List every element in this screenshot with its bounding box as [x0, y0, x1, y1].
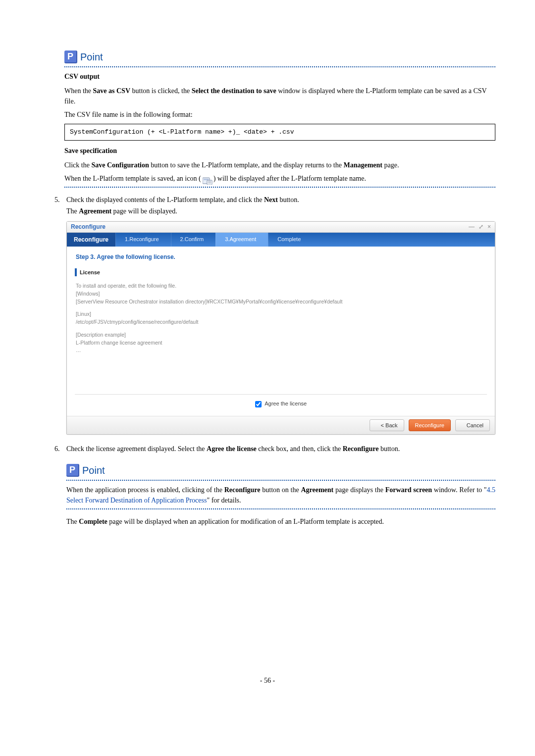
text: The: [66, 207, 79, 215]
point-icon: P: [64, 50, 77, 63]
text: button to save the L-Platform template, …: [149, 161, 344, 169]
step-6: Check the license agreement displayed. S…: [61, 444, 495, 527]
window-title: Reconfigure: [71, 222, 106, 231]
license-ellipsis: …: [76, 347, 486, 354]
separator: [64, 66, 495, 67]
point-header: P Point: [66, 463, 495, 478]
agree-license-label[interactable]: Agree the license: [255, 401, 307, 406]
step-5: Check the displayed contents of the L-Pl…: [61, 195, 495, 435]
saved-template-icon: [203, 175, 212, 183]
tab-agreement[interactable]: 3.Agreement: [215, 233, 268, 247]
text: page will be displayed when an applicati…: [107, 518, 384, 525]
reconfigure-button[interactable]: Reconfigure: [409, 419, 451, 432]
window-close-icon[interactable]: ×: [487, 222, 491, 231]
text: " for details.: [207, 497, 241, 504]
wizard-title: Reconfigure: [67, 233, 115, 247]
license-panel-title: License: [75, 268, 487, 277]
license-linux-label: [Linux]: [76, 310, 486, 318]
text-bold: Complete: [79, 518, 107, 525]
wizard-tabs: Reconfigure 1.Reconfigure 2.Confirm 3.Ag…: [67, 233, 495, 247]
point-label: Point: [82, 463, 105, 478]
text-bold: Reconfigure: [224, 486, 261, 494]
license-linux-path: /etc/opt/FJSVctmyp/config/license/reconf…: [76, 318, 486, 326]
agree-license-text: Agree the license: [265, 401, 307, 406]
tab-confirm[interactable]: 2.Confirm: [171, 233, 216, 247]
step5-line1: Check the displayed contents of the L-Pl…: [66, 195, 495, 205]
text-bold: Management: [343, 161, 382, 169]
separator: [66, 480, 495, 481]
window-maximize-icon[interactable]: ⤢: [479, 222, 483, 231]
text-bold: Select the destination to save: [192, 87, 276, 95]
csv-output-paragraph: When the Save as CSV button is clicked, …: [64, 86, 495, 106]
reconfigure-window: Reconfigure — ⤢ × Reconfigure 1.Reconfig…: [66, 221, 495, 435]
text: When the: [64, 87, 93, 95]
text: ) will be displayed after the L-Platform…: [214, 175, 366, 182]
text-bold: Save Configuration: [91, 161, 149, 169]
text: page.: [382, 161, 399, 169]
point-icon: P: [66, 464, 79, 477]
save-spec-heading: Save specification: [64, 146, 495, 156]
window-titlebar: Reconfigure — ⤢ ×: [67, 222, 495, 233]
text: button.: [378, 445, 400, 453]
text: button on the: [261, 486, 301, 494]
wizard-button-bar: < Back Reconfigure Cancel: [67, 416, 495, 435]
separator: [66, 508, 495, 509]
agree-license-row: Agree the license: [75, 394, 487, 410]
license-desc-text: L-Platform change license agreement: [76, 339, 486, 347]
text: button.: [278, 196, 299, 203]
text-bold: Agree the license: [207, 445, 257, 453]
tab-reconfigure[interactable]: 1.Reconfigure: [115, 233, 171, 247]
text-bold: Save as CSV: [93, 87, 130, 95]
license-windows-label: [Windows]: [76, 290, 486, 298]
csv-format-paragraph: The CSV file name is in the following fo…: [64, 109, 495, 120]
text: button is clicked, the: [130, 87, 192, 95]
point-label: Point: [80, 50, 103, 64]
text-bold: Forward screen: [385, 486, 432, 494]
text: page will be displayed.: [111, 207, 177, 215]
text-bold: Agreement: [79, 207, 111, 215]
step5-line2: The Agreement page will be displayed.: [66, 206, 495, 216]
license-line: To install and operate, edit the followi…: [76, 282, 486, 290]
save-spec-paragraph-1: Click the Save Configuration button to s…: [64, 160, 495, 170]
back-button[interactable]: < Back: [370, 419, 404, 432]
text: window. Refer to ": [432, 486, 486, 494]
cancel-button[interactable]: Cancel: [455, 419, 490, 432]
agree-license-checkbox[interactable]: [255, 401, 262, 407]
text: Check the license agreement displayed. S…: [66, 445, 207, 453]
license-desc-label: [Description example]: [76, 331, 486, 339]
license-windows-path: [ServerView Resource Orchestrator instal…: [76, 298, 486, 306]
tab-complete[interactable]: Complete: [268, 233, 313, 247]
text: page displays the: [333, 486, 385, 494]
text-bold: Next: [264, 196, 278, 203]
step6-paragraph: Check the license agreement displayed. S…: [66, 444, 495, 454]
text-bold: Agreement: [301, 486, 333, 494]
point-header: P Point: [64, 50, 495, 64]
complete-paragraph: The Complete page will be displayed when…: [66, 516, 495, 527]
page-number: - 56 -: [40, 675, 495, 686]
text: check box, and then, click the: [257, 445, 343, 453]
save-spec-paragraph-2: When the L-Platform template is saved, a…: [64, 173, 495, 184]
point2-paragraph: When the application process is enabled,…: [66, 485, 495, 505]
text: The: [66, 518, 79, 525]
separator: [64, 187, 495, 188]
csv-output-heading: CSV output: [64, 71, 495, 82]
text: Check the displayed contents of the L-Pl…: [66, 196, 264, 203]
text-bold: Reconfigure: [343, 445, 379, 453]
window-minimize-icon[interactable]: —: [469, 222, 475, 231]
wizard-step-label: Step 3. Agree the following license.: [76, 252, 487, 261]
csv-filename-format-code: SystemConfiguration (+ <L-Platform name>…: [64, 124, 495, 141]
text: Click the: [64, 161, 91, 169]
license-text: To install and operate, edit the followi…: [75, 280, 487, 394]
text: When the L-Platform template is saved, a…: [64, 175, 203, 182]
text: When the application process is enabled,…: [66, 486, 224, 494]
